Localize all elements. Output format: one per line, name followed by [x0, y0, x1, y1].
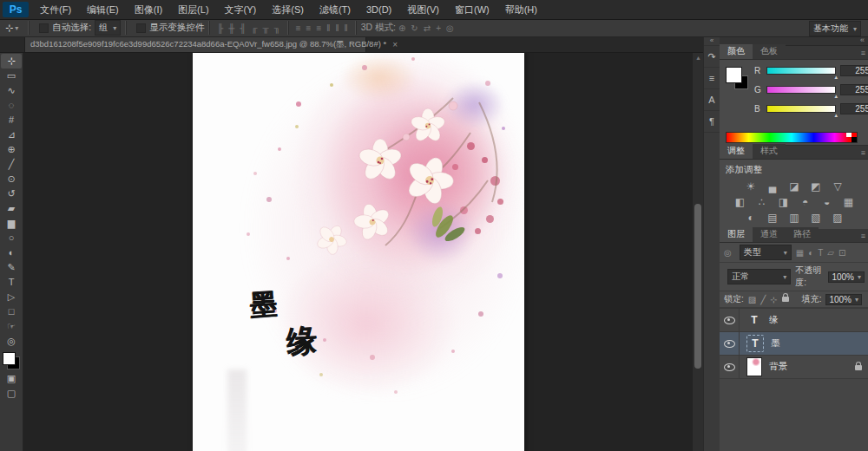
tab-styles[interactable]: 样式 — [753, 144, 786, 159]
3d-mode-icon[interactable]: ↻ — [408, 23, 420, 33]
hue-saturation-icon[interactable]: ◧ — [733, 196, 747, 208]
workspace-dropdown[interactable]: 基本功能 ▾ — [809, 21, 861, 36]
menu-edit[interactable]: 编辑(E) — [79, 0, 127, 19]
tab-layers[interactable]: 图层 — [720, 227, 753, 242]
layer-name[interactable]: 缘 — [769, 314, 779, 326]
canvas-area[interactable]: 墨 缘 — [23, 52, 692, 451]
align-icon[interactable]: ╫ — [226, 23, 237, 33]
menu-type[interactable]: 文字(Y) — [217, 0, 265, 19]
menu-image[interactable]: 图像(I) — [127, 0, 170, 19]
dodge-tool[interactable]: ◐ — [1, 245, 22, 260]
hand-tool[interactable]: ☞ — [1, 319, 22, 334]
layer-name[interactable]: 背景 — [769, 361, 787, 373]
pen-tool[interactable]: ✎ — [1, 260, 22, 275]
lasso-tool[interactable]: ∿ — [1, 83, 22, 98]
gradient-tool[interactable]: ▆ — [1, 216, 22, 231]
menu-3d[interactable]: 3D(D) — [358, 0, 399, 19]
clone-stamp-tool[interactable]: ⊙ — [1, 172, 22, 186]
green-slider[interactable]: ▴ — [766, 86, 836, 94]
document-tab[interactable]: d3bd161208f5e909f19fc6e3d99d6526c72234a8… — [24, 36, 366, 52]
3d-mode-icon[interactable]: + — [433, 23, 444, 33]
blue-slider[interactable]: ▴ — [766, 105, 836, 113]
slider-marker-icon[interactable]: ▴ — [834, 74, 838, 81]
layer-filter-dropdown[interactable]: 类型 ▾ — [740, 245, 792, 260]
close-icon[interactable]: × — [392, 40, 398, 49]
black-white-icon[interactable]: ◨ — [777, 196, 791, 208]
filter-adjustment-icon[interactable]: ◐ — [808, 248, 813, 258]
filter-type-icon[interactable]: T — [818, 248, 823, 258]
lock-pixels-icon[interactable]: ╱ — [760, 295, 766, 304]
tab-swatches[interactable]: 色板 — [753, 44, 786, 59]
type-tool[interactable]: T — [1, 275, 22, 290]
shape-tool[interactable]: □ — [1, 304, 22, 319]
visibility-toggle[interactable] — [720, 356, 740, 378]
layer-thumbnail[interactable] — [746, 357, 762, 376]
selective-color-icon[interactable]: ▨ — [831, 212, 845, 224]
menu-view[interactable]: 视图(V) — [399, 0, 447, 19]
color-spectrum-bar[interactable] — [726, 132, 858, 143]
crop-tool[interactable]: # — [1, 113, 22, 127]
visibility-toggle[interactable] — [720, 332, 740, 355]
menu-layer[interactable]: 图层(L) — [170, 0, 216, 19]
gradient-map-icon[interactable]: ▧ — [809, 212, 823, 224]
menu-file[interactable]: 文件(F) — [32, 0, 79, 19]
layer-name[interactable]: 墨 — [771, 337, 780, 350]
zoom-tool[interactable]: ◎ — [1, 334, 22, 349]
show-transform-checkbox[interactable] — [136, 23, 146, 33]
healing-brush-tool[interactable]: ⊕ — [1, 142, 22, 157]
slider-marker-icon[interactable]: ▴ — [834, 93, 838, 100]
marquee-tool[interactable]: ▭ — [1, 69, 22, 83]
history-brush-tool[interactable]: ↺ — [1, 186, 22, 201]
blend-mode-dropdown[interactable]: 正常 ▾ — [727, 269, 791, 284]
foreground-color-swatch[interactable] — [726, 67, 742, 83]
red-value-field[interactable]: 255 — [840, 65, 868, 76]
collapse-panels-icon[interactable]: « — [704, 36, 720, 46]
opacity-field[interactable]: 100% ▾ — [828, 271, 865, 283]
lock-transparent-icon[interactable]: ▨ — [748, 295, 756, 304]
red-slider[interactable]: ▴ — [766, 67, 836, 75]
panel-menu-icon[interactable]: ≡ — [861, 232, 865, 240]
brush-tool[interactable]: ╱ — [1, 157, 22, 172]
tab-channels[interactable]: 通道 — [753, 227, 786, 242]
align-icon[interactable]: ╟ — [214, 23, 226, 33]
blur-tool[interactable]: ○ — [1, 231, 22, 245]
screen-mode-button[interactable]: ▢ — [1, 386, 22, 401]
invert-icon[interactable]: ◐ — [744, 212, 758, 224]
align-icon[interactable]: ╓ — [248, 23, 260, 33]
panel-color-swatches[interactable] — [726, 67, 748, 89]
document-page[interactable]: 墨 缘 — [193, 52, 524, 451]
vertical-scrollbar[interactable]: ▲ — [692, 52, 704, 451]
distribute-icon[interactable]: ≡ — [304, 23, 314, 33]
distribute-icon[interactable]: ≡ — [313, 23, 324, 33]
tab-paths[interactable]: 路径 — [786, 227, 819, 242]
current-tool-badge[interactable]: ⊹ ▾ — [0, 23, 23, 34]
exposure-icon[interactable]: ◩ — [809, 180, 823, 193]
eyedropper-tool[interactable]: ⊿ — [1, 127, 22, 142]
fill-field[interactable]: 100% ▾ — [825, 294, 862, 305]
filter-smart-icon[interactable]: ⊡ — [838, 248, 845, 258]
tab-color[interactable]: 颜色 — [720, 44, 753, 59]
history-panel-icon[interactable]: ↷ — [704, 46, 720, 68]
align-icon[interactable]: ╥ — [260, 23, 272, 33]
layer-row-mo[interactable]: T 墨 — [720, 332, 868, 356]
path-selection-tool[interactable]: ▷ — [1, 290, 22, 304]
layer-row-yuan[interactable]: T 缘 — [720, 309, 868, 332]
eraser-tool[interactable]: ▰ — [1, 201, 22, 216]
align-icon[interactable]: ╖ — [272, 23, 283, 33]
character-panel-icon[interactable]: A — [704, 89, 720, 111]
menu-window[interactable]: 窗口(W) — [447, 0, 497, 19]
visibility-toggle[interactable] — [720, 309, 740, 331]
menu-help[interactable]: 帮助(H) — [497, 0, 545, 19]
align-icon[interactable]: ╢ — [237, 23, 248, 33]
threshold-icon[interactable]: ▥ — [787, 212, 801, 224]
color-balance-icon[interactable]: ∴ — [755, 196, 769, 208]
distribute-icon[interactable]: ‖ — [332, 23, 341, 33]
auto-select-dropdown[interactable]: 组 ▾ — [95, 20, 121, 36]
scrollbar-thumb[interactable] — [694, 204, 701, 369]
filter-pixel-icon[interactable]: ▦ — [796, 248, 804, 258]
brightness-contrast-icon[interactable]: ☀ — [744, 180, 758, 193]
3d-mode-icon[interactable]: ⊕ — [396, 23, 408, 33]
color-swatches[interactable] — [3, 352, 20, 369]
menu-filter[interactable]: 滤镜(T) — [312, 0, 358, 19]
posterize-icon[interactable]: ▤ — [766, 212, 779, 224]
